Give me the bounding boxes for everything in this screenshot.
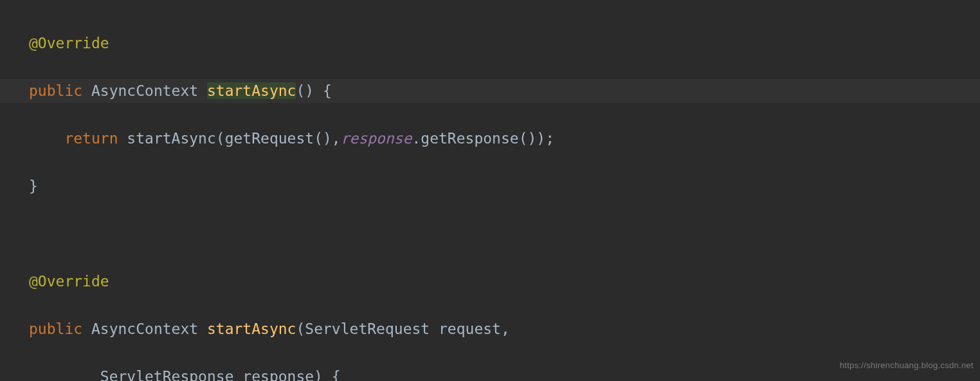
keyword-public: public xyxy=(29,82,82,99)
annotation: @Override xyxy=(29,273,109,290)
code-line: public AsyncContext startAsync(ServletRe… xyxy=(29,317,980,341)
code-line: ServletResponse response) { xyxy=(29,365,980,381)
field-ref: response xyxy=(341,130,412,147)
type: AsyncContext xyxy=(91,82,198,99)
method-name: startAsync xyxy=(207,321,296,337)
code-line: } xyxy=(29,174,980,198)
annotation: @Override xyxy=(29,35,109,51)
code-text: (ServletRequest request, xyxy=(296,321,509,337)
type: AsyncContext xyxy=(91,321,198,337)
keyword-return: return xyxy=(64,130,118,147)
watermark: https://shirenchuang.blog.csdn.net xyxy=(840,353,974,377)
method-name: startAsync xyxy=(207,82,296,99)
code-text: .getResponse()); xyxy=(412,130,554,147)
code-line: return startAsync(getRequest(),response.… xyxy=(29,127,980,151)
blank-line xyxy=(29,222,980,246)
code-line-highlighted: public AsyncContext startAsync() { xyxy=(0,79,980,103)
code-line: @Override xyxy=(29,32,980,55)
keyword-public: public xyxy=(29,321,82,337)
code-text: } xyxy=(29,178,38,194)
code-text: ServletResponse response) { xyxy=(100,368,341,381)
code-text: startAsync(getRequest(), xyxy=(127,130,340,147)
code-line: @Override xyxy=(29,270,980,293)
code-text: () { xyxy=(296,82,331,99)
code-editor[interactable]: @Override public AsyncContext startAsync… xyxy=(0,0,980,381)
